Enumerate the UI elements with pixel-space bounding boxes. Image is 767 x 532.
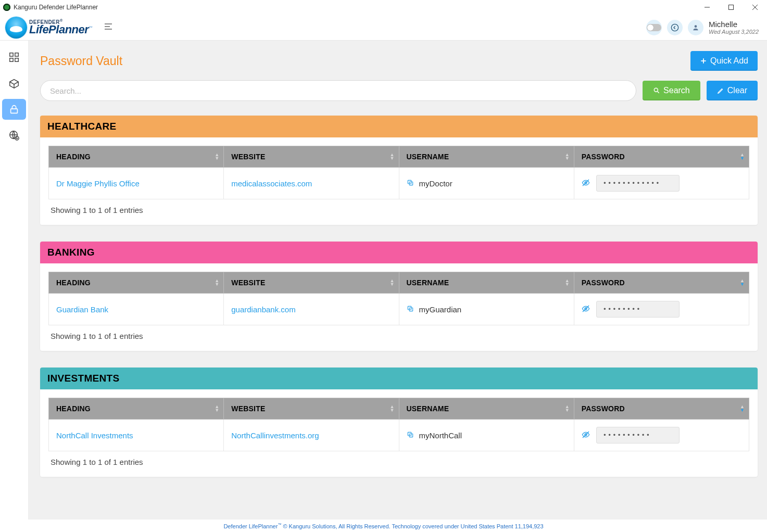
password-cell: •••••••••••• bbox=[582, 175, 741, 192]
category-header: INVESTMENTS bbox=[40, 368, 758, 389]
password-masked: •••••••••• bbox=[596, 427, 680, 444]
category-section: INVESTMENTSHEADING▲▼WEBSITE▲▼USERNAME▲▼P… bbox=[40, 368, 758, 477]
username-cell: myDoctor bbox=[407, 179, 567, 188]
reveal-password-icon[interactable] bbox=[582, 430, 590, 440]
quick-add-button[interactable]: Quick Add bbox=[690, 51, 758, 71]
column-header-password[interactable]: PASSWORD▲▼ bbox=[574, 146, 749, 168]
category-header: HEALTHCARE bbox=[40, 116, 758, 137]
category-body: HEADING▲▼WEBSITE▲▼USERNAME▲▼PASSWORD▲▼Dr… bbox=[40, 137, 758, 225]
pencil-icon bbox=[717, 87, 724, 94]
toggle-icon bbox=[647, 24, 661, 31]
column-header-username[interactable]: USERNAME▲▼ bbox=[399, 272, 574, 294]
window-titlebar: Kanguru Defender LifePlanner bbox=[0, 0, 767, 15]
sidebar-item-dashboard[interactable] bbox=[2, 47, 26, 68]
reveal-password-icon[interactable] bbox=[582, 179, 590, 188]
copy-icon[interactable] bbox=[407, 431, 414, 440]
clear-button[interactable]: Clear bbox=[707, 81, 758, 100]
window-close-button[interactable] bbox=[743, 0, 767, 15]
footer-rest: © Kanguru Solutions, All Rights Reserved… bbox=[281, 523, 543, 529]
sort-icon: ▲▼ bbox=[740, 153, 745, 160]
entries-info: Showing 1 to 1 of 1 entries bbox=[48, 451, 749, 468]
entry-heading-link[interactable]: Dr Maggie Phyllis Office bbox=[56, 179, 140, 188]
entries-table: HEADING▲▼WEBSITE▲▼USERNAME▲▼PASSWORD▲▼Dr… bbox=[48, 146, 749, 199]
entry-website-link[interactable]: NorthCallinvestments.org bbox=[231, 431, 319, 440]
column-header-heading[interactable]: HEADING▲▼ bbox=[49, 272, 224, 294]
sort-icon: ▲▼ bbox=[565, 405, 570, 412]
grid-icon bbox=[8, 52, 20, 63]
entry-heading-link[interactable]: NorthCall Investments bbox=[56, 431, 133, 440]
sort-icon: ▲▼ bbox=[389, 279, 394, 286]
entries-info: Showing 1 to 1 of 1 entries bbox=[48, 199, 749, 217]
page-title: Password Vault bbox=[40, 54, 122, 68]
content-area[interactable]: Password Vault Quick Add Search Clear HE… bbox=[28, 41, 767, 520]
svg-point-19 bbox=[654, 88, 658, 92]
search-button[interactable]: Search bbox=[643, 81, 700, 100]
app-logo: DEFENDER® LifePlanner™ bbox=[3, 17, 93, 39]
category-body: HEADING▲▼WEBSITE▲▼USERNAME▲▼PASSWORD▲▼Gu… bbox=[40, 263, 758, 351]
avatar bbox=[688, 20, 703, 35]
window-minimize-button[interactable] bbox=[695, 0, 719, 15]
svg-rect-11 bbox=[10, 58, 13, 61]
search-icon bbox=[653, 87, 660, 94]
globe-check-icon bbox=[8, 130, 20, 141]
window-title: Kanguru Defender LifePlanner bbox=[14, 4, 98, 11]
entry-heading-link[interactable]: Guardian Bank bbox=[56, 305, 108, 314]
svg-rect-10 bbox=[15, 53, 18, 56]
menu-toggle-button[interactable] bbox=[101, 21, 116, 34]
column-header-password[interactable]: PASSWORD▲▼ bbox=[574, 272, 749, 294]
column-header-heading[interactable]: HEADING▲▼ bbox=[49, 146, 224, 168]
app-icon bbox=[3, 4, 10, 11]
user-name: Michelle bbox=[709, 20, 759, 29]
logo-line2: LifePlanner bbox=[29, 23, 89, 36]
entry-username: myGuardian bbox=[419, 305, 462, 314]
sort-icon: ▲▼ bbox=[215, 279, 219, 286]
box-icon bbox=[8, 78, 20, 89]
column-header-heading[interactable]: HEADING▲▼ bbox=[49, 398, 224, 420]
search-input[interactable] bbox=[40, 80, 636, 101]
sort-icon: ▲▼ bbox=[565, 279, 570, 286]
entry-username: myDoctor bbox=[419, 179, 452, 188]
category-header: BANKING bbox=[40, 242, 758, 263]
sort-icon: ▲▼ bbox=[740, 405, 745, 412]
entry-username: myNorthCall bbox=[419, 431, 462, 440]
entries-table: HEADING▲▼WEBSITE▲▼USERNAME▲▼PASSWORD▲▼No… bbox=[48, 398, 749, 451]
sort-icon: ▲▼ bbox=[389, 405, 394, 412]
table-row: Dr Maggie Phyllis Officemedicalassociate… bbox=[49, 168, 749, 199]
svg-line-20 bbox=[658, 92, 659, 93]
category-section: HEALTHCAREHEADING▲▼WEBSITE▲▼USERNAME▲▼PA… bbox=[40, 116, 758, 225]
column-header-username[interactable]: USERNAME▲▼ bbox=[399, 398, 574, 420]
column-header-website[interactable]: WEBSITE▲▼ bbox=[224, 398, 399, 420]
entry-website-link[interactable]: medicalassociates.com bbox=[231, 179, 312, 188]
svg-point-8 bbox=[695, 25, 697, 28]
reveal-password-icon[interactable] bbox=[582, 305, 590, 314]
window-maximize-button[interactable] bbox=[719, 0, 743, 15]
search-label: Search bbox=[663, 86, 690, 95]
user-block[interactable]: Michelle Wed August 3,2022 bbox=[688, 20, 762, 35]
sidebar-item-password-vault[interactable] bbox=[2, 99, 26, 120]
entry-website-link[interactable]: guardianbank.com bbox=[231, 305, 295, 314]
logo-line1-sup: ® bbox=[60, 19, 63, 22]
column-header-website[interactable]: WEBSITE▲▼ bbox=[224, 146, 399, 168]
column-header-password[interactable]: PASSWORD▲▼ bbox=[574, 398, 749, 420]
footer-product: Defender LifePlanner bbox=[223, 523, 278, 529]
sidebar-item-inventory[interactable] bbox=[2, 73, 26, 94]
sort-icon: ▲▼ bbox=[215, 153, 219, 160]
column-header-username[interactable]: USERNAME▲▼ bbox=[399, 146, 574, 168]
password-masked: •••••••• bbox=[596, 301, 680, 318]
sidebar-item-web[interactable] bbox=[2, 125, 26, 146]
table-row: Guardian Bankguardianbank.commyGuardian•… bbox=[49, 294, 749, 325]
svg-rect-14 bbox=[11, 109, 18, 113]
sort-icon: ▲▼ bbox=[565, 153, 570, 160]
copy-icon[interactable] bbox=[407, 305, 414, 314]
sidebar bbox=[0, 41, 28, 520]
table-row: NorthCall InvestmentsNorthCallinvestment… bbox=[49, 420, 749, 451]
sort-icon: ▲▼ bbox=[389, 153, 394, 160]
theme-toggle-button[interactable] bbox=[646, 20, 662, 35]
svg-rect-9 bbox=[10, 53, 13, 56]
svg-rect-1 bbox=[729, 5, 734, 10]
copy-icon[interactable] bbox=[407, 179, 414, 188]
app-header: DEFENDER® LifePlanner™ bbox=[0, 15, 767, 41]
column-header-website[interactable]: WEBSITE▲▼ bbox=[224, 272, 399, 294]
back-button[interactable] bbox=[667, 20, 683, 35]
password-cell: •••••••• bbox=[582, 301, 741, 318]
